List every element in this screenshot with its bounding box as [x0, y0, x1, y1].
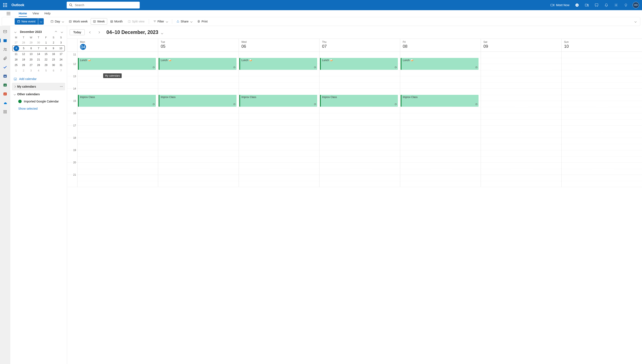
- date-range-title[interactable]: 04–10 December, 2023: [106, 30, 163, 35]
- mini-cal-day[interactable]: 12: [20, 51, 27, 57]
- mini-cal-day[interactable]: 10: [57, 46, 65, 51]
- mini-cal-prev[interactable]: [53, 29, 58, 34]
- mini-cal-day[interactable]: 26: [20, 62, 27, 68]
- meet-now-button[interactable]: Meet Now: [548, 4, 571, 7]
- mini-cal-day[interactable]: 6: [50, 68, 57, 74]
- mini-cal-day[interactable]: 2: [20, 68, 27, 74]
- day-header[interactable]: Mon04: [77, 39, 158, 52]
- rail-more-apps[interactable]: [0, 108, 10, 116]
- mini-cal-day[interactable]: 30: [35, 40, 42, 46]
- day-column[interactable]: Lunch 🍛⟳Improv Class⟳: [239, 52, 319, 187]
- mini-cal-day[interactable]: 8: [42, 46, 50, 51]
- event-lunch[interactable]: Lunch 🍛⟳: [78, 58, 156, 70]
- mini-cal-day[interactable]: 29: [42, 62, 50, 68]
- rail-excel[interactable]: X: [0, 82, 10, 89]
- mini-cal-day[interactable]: 9: [50, 46, 57, 51]
- print-button[interactable]: Print: [195, 18, 210, 24]
- view-day-button[interactable]: Day: [48, 18, 66, 24]
- mini-cal-day[interactable]: 24: [57, 57, 65, 62]
- tips-icon[interactable]: [622, 0, 630, 10]
- notifications-icon[interactable]: [602, 0, 610, 10]
- view-work-week-button[interactable]: Work week: [67, 18, 90, 24]
- mini-cal-day[interactable]: 17: [57, 51, 65, 57]
- tab-help[interactable]: Help: [44, 10, 51, 17]
- mini-cal-day[interactable]: 15: [42, 51, 50, 57]
- day-header[interactable]: Sun10: [561, 39, 642, 52]
- event-lunch[interactable]: Lunch 🍛⟳: [159, 58, 236, 70]
- settings-icon[interactable]: [612, 0, 620, 10]
- event-improv[interactable]: Improv Class⟳: [78, 95, 156, 107]
- mini-cal-day[interactable]: 7: [57, 68, 65, 74]
- rail-people[interactable]: [0, 46, 10, 53]
- rail-word[interactable]: W: [0, 72, 10, 80]
- mini-cal-day[interactable]: 29: [27, 40, 35, 46]
- event-improv[interactable]: Improv Class⟳: [159, 95, 236, 107]
- day-column[interactable]: Lunch 🍛⟳Improv Class⟳: [158, 52, 239, 187]
- mini-cal-day[interactable]: 20: [27, 57, 35, 62]
- mini-cal-day[interactable]: 23: [50, 57, 57, 62]
- mini-cal-day[interactable]: 4: [14, 46, 19, 51]
- rail-onedrive[interactable]: [0, 99, 10, 106]
- mini-cal-day[interactable]: 4: [35, 68, 42, 74]
- ribbon-mode-icon[interactable]: [592, 0, 601, 10]
- mini-cal-day[interactable]: 19: [20, 57, 27, 62]
- tab-view[interactable]: View: [33, 10, 39, 17]
- day-header[interactable]: Thu07: [319, 39, 400, 52]
- skype-icon[interactable]: S: [573, 0, 581, 10]
- rail-todo[interactable]: [0, 64, 10, 71]
- calendar-item-imported[interactable]: Imported Google Calendar: [12, 98, 65, 105]
- new-event-button[interactable]: New event: [15, 18, 38, 24]
- mini-cal-day[interactable]: 18: [12, 57, 20, 62]
- prev-week-button[interactable]: [87, 29, 93, 35]
- search-box[interactable]: [67, 2, 140, 8]
- event-improv[interactable]: Improv Class⟳: [401, 95, 479, 107]
- more-icon[interactable]: ···: [60, 85, 63, 88]
- rail-powerpoint[interactable]: P: [0, 90, 10, 98]
- mini-cal-day[interactable]: 21: [35, 57, 42, 62]
- hamburger-menu[interactable]: [4, 10, 14, 17]
- account-avatar[interactable]: OD: [633, 2, 639, 8]
- other-calendars-group[interactable]: Other calendars: [12, 90, 65, 98]
- mini-cal-day[interactable]: 16: [50, 51, 57, 57]
- view-week-button[interactable]: Week: [91, 18, 107, 24]
- mini-cal-day[interactable]: 11: [12, 51, 20, 57]
- day-column[interactable]: [561, 52, 642, 187]
- tab-home[interactable]: Home: [19, 10, 27, 17]
- mini-cal-next[interactable]: [59, 29, 64, 34]
- mini-cal-day[interactable]: 5: [20, 46, 27, 51]
- event-improv[interactable]: Improv Class⟳: [239, 95, 317, 107]
- mini-cal-day[interactable]: 5: [42, 68, 50, 74]
- calendar-grid[interactable]: 1112131415161718192021 Lunch 🍛⟳Improv Cl…: [67, 52, 642, 364]
- next-week-button[interactable]: [96, 29, 102, 35]
- mini-cal-day[interactable]: 22: [42, 57, 50, 62]
- rail-calendar[interactable]: [0, 37, 10, 44]
- search-input[interactable]: [75, 4, 138, 7]
- mini-cal-day[interactable]: 2: [50, 40, 57, 46]
- day-header[interactable]: Sat09: [481, 39, 561, 52]
- rail-files[interactable]: [0, 55, 10, 62]
- share-button[interactable]: Share: [174, 18, 194, 24]
- add-calendar-button[interactable]: Add calendar: [12, 75, 65, 83]
- day-header[interactable]: Wed06: [239, 39, 319, 52]
- day-header[interactable]: Tue05: [158, 39, 239, 52]
- event-improv[interactable]: Improv Class⟳: [320, 95, 398, 107]
- day-column[interactable]: Lunch 🍛⟳Improv Class⟳: [77, 52, 158, 187]
- mini-cal-collapse[interactable]: [13, 29, 18, 34]
- teams-icon[interactable]: [582, 0, 591, 10]
- view-month-button[interactable]: Month: [108, 18, 125, 24]
- event-lunch[interactable]: Lunch 🍛⟳: [320, 58, 398, 70]
- mini-cal-day[interactable]: 14: [35, 51, 42, 57]
- mini-cal-day[interactable]: 28: [35, 62, 42, 68]
- mini-cal-day[interactable]: 25: [12, 62, 20, 68]
- my-calendars-group[interactable]: My calendars ···: [12, 83, 65, 90]
- event-lunch[interactable]: Lunch 🍛⟳: [401, 58, 479, 70]
- today-button[interactable]: Today: [70, 29, 85, 35]
- mini-cal-day[interactable]: 27: [12, 40, 20, 46]
- ribbon-expand[interactable]: [633, 19, 638, 24]
- mini-cal-day[interactable]: 28: [20, 40, 27, 46]
- mini-cal-day[interactable]: 1: [42, 40, 50, 46]
- show-selected-link[interactable]: Show selected: [12, 105, 65, 112]
- mini-cal-day[interactable]: 3: [57, 40, 65, 46]
- mini-cal-day[interactable]: 1: [12, 68, 20, 74]
- event-lunch[interactable]: Lunch 🍛⟳: [239, 58, 317, 70]
